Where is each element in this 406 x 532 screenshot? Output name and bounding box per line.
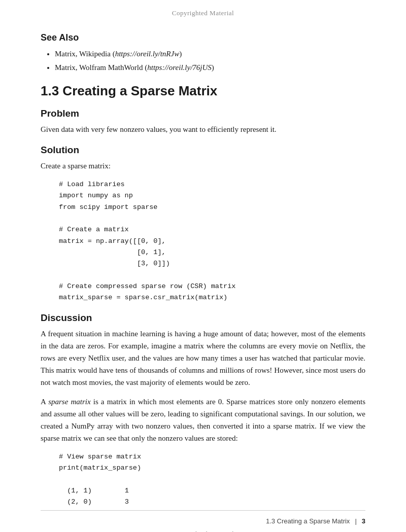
footer-separator: | bbox=[355, 517, 356, 525]
header-watermark: Copyrighted Material bbox=[0, 0, 406, 22]
discussion-code-block: # View sparse matrix print(matrix_sparse… bbox=[59, 451, 365, 508]
header-watermark-text: Copyrighted Material bbox=[172, 9, 234, 17]
solution-intro: Create a sparse matrix: bbox=[41, 160, 365, 172]
solution-code-block: # Load libraries import numpy as np from… bbox=[59, 179, 365, 303]
page: Copyrighted Material See Also Matrix, Wi… bbox=[0, 0, 406, 532]
problem-heading: Problem bbox=[41, 108, 365, 119]
section-title: 1.3 Creating a Sparse Matrix bbox=[41, 83, 365, 99]
discussion-heading: Discussion bbox=[41, 312, 365, 324]
footer-page-number: 3 bbox=[362, 517, 365, 525]
footer-content: 1.3 Creating a Sparse Matrix | 3 bbox=[0, 517, 406, 525]
footer-line bbox=[41, 510, 365, 511]
link-mathworld[interactable]: https://oreil.ly/76jUS bbox=[147, 63, 212, 72]
link-wikipedia[interactable]: https://oreil.ly/tnRJw bbox=[115, 50, 180, 58]
list-item-text: Matrix, Wikipedia (https://oreil.ly/tnRJ… bbox=[55, 50, 182, 58]
discussion-paragraph-1: A frequent situation in machine learning… bbox=[41, 328, 365, 388]
main-content: See Also Matrix, Wikipedia (https://orei… bbox=[0, 22, 406, 532]
see-also-heading: See Also bbox=[41, 32, 365, 43]
list-item-text: Matrix, Wolfram MathWorld (https://oreil… bbox=[55, 63, 214, 72]
footer-watermark: Copyrighted Material bbox=[0, 530, 406, 532]
see-also-list: Matrix, Wikipedia (https://oreil.ly/tnRJ… bbox=[55, 48, 365, 73]
list-item: Matrix, Wolfram MathWorld (https://oreil… bbox=[55, 62, 365, 74]
solution-heading: Solution bbox=[41, 145, 365, 156]
footer-watermark-text: Copyrighted Material bbox=[172, 530, 234, 532]
list-item: Matrix, Wikipedia (https://oreil.ly/tnRJ… bbox=[55, 48, 365, 60]
problem-text: Given data with very few nonzero values,… bbox=[41, 123, 365, 135]
discussion-paragraph-2: A sparse matrix is a matrix in which mos… bbox=[41, 396, 365, 444]
footer-section-label: 1.3 Creating a Sparse Matrix bbox=[266, 517, 350, 525]
